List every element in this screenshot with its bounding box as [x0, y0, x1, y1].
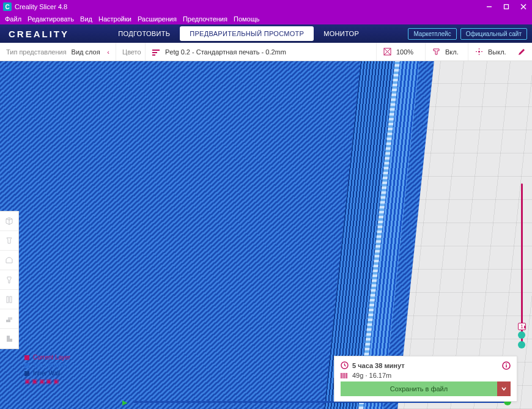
menu-file[interactable]: Файл: [2, 15, 24, 23]
legend-inner-wall: Inner Wall: [24, 370, 70, 377]
support-value: Вкл.: [445, 48, 459, 56]
layer-slider-handle-top[interactable]: [518, 331, 525, 339]
tab-monitor[interactable]: МОНИТОР: [314, 26, 369, 41]
infill-setting[interactable]: 100%: [377, 43, 426, 61]
view-left-button[interactable]: [0, 270, 18, 290]
view-type-selector[interactable]: Тип представления Вид слоя ‹: [0, 43, 116, 61]
print-info-panel: 5 часа 38 минут 49g · 16.17m Сохранить в…: [334, 356, 517, 402]
adhesion-setting[interactable]: Выкл.: [468, 43, 517, 61]
view-top-button[interactable]: [0, 251, 18, 270]
menu-settings[interactable]: Настройки: [96, 15, 134, 23]
print-profile-selector[interactable]: Petg 0.2 - Стандартная печать - 0.2mm: [146, 43, 377, 61]
menu-preferences[interactable]: Предпочтения: [180, 15, 230, 23]
view-right-button[interactable]: [0, 290, 18, 309]
view-xray-button[interactable]: [0, 329, 18, 348]
brand-logo: CREALITY: [9, 29, 69, 39]
layer-slider-track[interactable]: [521, 183, 523, 342]
menu-bar: Файл Редактировать Вид Настройки Расшире…: [0, 13, 532, 24]
clock-icon: [341, 361, 349, 369]
app-icon: C: [3, 2, 12, 11]
official-site-button[interactable]: Официальный сайт: [460, 28, 527, 40]
adhesion-value: Выкл.: [488, 48, 506, 56]
svg-rect-21: [506, 365, 507, 367]
color-legend: Current Layer Top / Bottom Inner Wall ▣ …: [24, 353, 70, 386]
tab-prepare[interactable]: ПОДГОТОВИТЬ: [108, 26, 180, 41]
edit-settings-icon[interactable]: [517, 48, 526, 56]
legend-current-layer: Current Layer: [24, 354, 70, 361]
view-front-button[interactable]: [0, 231, 18, 251]
save-button-group: Сохранить в файл: [341, 381, 511, 396]
svg-rect-4: [152, 50, 160, 51]
view-layers-button[interactable]: [0, 309, 18, 329]
adhesion-icon: [475, 48, 483, 56]
layer-slider[interactable]: 1: [517, 183, 526, 342]
view-3d-button[interactable]: [0, 212, 18, 231]
svg-rect-20: [506, 364, 507, 365]
save-to-file-button[interactable]: Сохранить в файл: [341, 381, 497, 396]
info-icon[interactable]: [502, 361, 511, 370]
play-icon[interactable]: ▶: [122, 399, 127, 407]
profile-value: Petg 0.2 - Стандартная печать - 0.2mm: [165, 48, 286, 56]
stage-tabs: ПОДГОТОВИТЬ ПРЕДВАРИТЕЛЬНЫЙ ПРОСМОТР МОН…: [69, 26, 408, 41]
support-setting[interactable]: Вкл.: [426, 43, 468, 61]
svg-rect-5: [152, 52, 157, 53]
svg-rect-18: [8, 317, 12, 320]
menu-help[interactable]: Помощь: [231, 15, 262, 23]
filament-icon: [341, 372, 349, 379]
svg-rect-1: [504, 5, 509, 9]
material-row: 49g · 16.17m: [341, 372, 511, 379]
infill-icon: [383, 48, 391, 56]
material-value: 49g · 16.17m: [352, 372, 391, 379]
app-header: CREALITY ПОДГОТОВИТЬ ПРЕДВАРИТЕЛЬНЫЙ ПРО…: [0, 24, 532, 43]
menu-edit[interactable]: Редактировать: [25, 15, 76, 23]
color-label: Цвето: [122, 48, 141, 56]
minimize-button[interactable]: [481, 0, 498, 13]
window-title: Creality Slicer 4.8: [15, 3, 481, 10]
infill-value: 100%: [396, 48, 413, 56]
chevron-left-icon[interactable]: ‹: [107, 48, 109, 56]
window-titlebar: C Creality Slicer 4.8: [0, 0, 532, 13]
maximize-button[interactable]: [498, 0, 515, 13]
tab-preview[interactable]: ПРЕДВАРИТЕЛЬНЫЙ ПРОСМОТР: [180, 26, 314, 41]
profile-icon: [152, 48, 160, 56]
view-type-label: Тип представления: [6, 48, 67, 56]
svg-rect-15: [7, 297, 9, 303]
marketplace-button[interactable]: Маркетплейс: [408, 28, 456, 40]
print-time-value: 5 часа 38 минут: [352, 362, 405, 369]
close-button[interactable]: [515, 0, 532, 13]
legend-top-bottom: Top / Bottom: [24, 362, 70, 369]
menu-view[interactable]: Вид: [78, 15, 95, 23]
print-time-row: 5 часа 38 минут: [341, 361, 511, 369]
svg-rect-16: [10, 297, 12, 303]
support-icon: [432, 48, 440, 56]
legend-icons-row: ▣ ▣ ▣ ▣ ▣: [24, 378, 70, 385]
svg-rect-17: [6, 320, 10, 322]
layer-number-badge: 1: [518, 323, 526, 330]
svg-rect-6: [152, 54, 155, 56]
view-type-value: Вид слоя: [72, 48, 100, 56]
layer-slider-handle-bottom[interactable]: [518, 341, 525, 348]
menu-extensions[interactable]: Расширения: [135, 15, 179, 23]
config-bar: Тип представления Вид слоя ‹ Цвето Petg …: [0, 43, 532, 61]
save-dropdown-button[interactable]: [497, 381, 511, 396]
color-scheme-selector[interactable]: Цвето: [116, 43, 146, 61]
preview-viewport[interactable]: Current Layer Top / Bottom Inner Wall ▣ …: [0, 61, 532, 409]
view-toolbar: [0, 211, 19, 349]
svg-point-10: [478, 51, 480, 53]
